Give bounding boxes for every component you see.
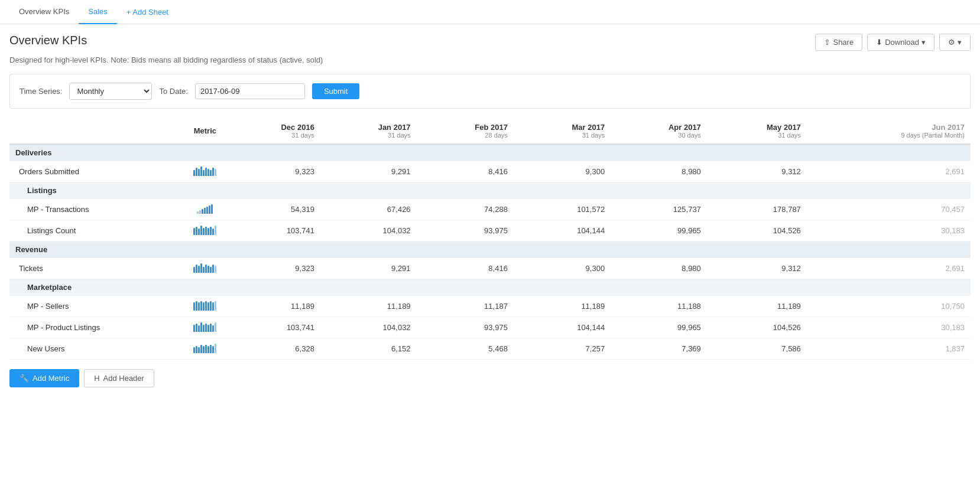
mini-chart-icon — [193, 224, 216, 235]
section-header-row: Deliveries — [9, 144, 971, 161]
col-header-dec2016: Dec 201631 days — [222, 118, 320, 144]
table-row: Tickets9,3239,2918,4169,3008,9809,3122,6… — [9, 258, 971, 279]
row-value-may2017: 178,787 — [707, 199, 807, 220]
row-value-jun2017: 10,750 — [807, 296, 971, 317]
share-button[interactable]: ⇧ Share — [815, 34, 862, 51]
row-value-mar2017: 104,144 — [514, 220, 611, 242]
row-value-mar2017: 11,189 — [514, 296, 611, 317]
row-name: New Users — [9, 338, 187, 360]
col-header-feb2017: Feb 201728 days — [417, 118, 514, 144]
row-metric-chart — [187, 296, 222, 317]
row-value-jan2017: 104,032 — [320, 220, 417, 242]
row-name: MP - Product Listings — [9, 317, 187, 338]
sub-section-header-row: Listings — [9, 182, 971, 199]
sub-section-header-row: Marketplace — [9, 279, 971, 296]
submit-button[interactable]: Submit — [312, 83, 359, 99]
row-value-jan2017: 9,291 — [320, 161, 417, 182]
row-value-dec2016: 54,319 — [222, 199, 320, 220]
download-button[interactable]: ⬇ Download ▾ — [867, 34, 934, 51]
row-metric-chart — [187, 258, 222, 279]
header-actions: ⇧ Share ⬇ Download ▾ ⚙ ▾ — [815, 34, 971, 51]
row-value-dec2016: 9,323 — [222, 258, 320, 279]
table-row: Listings Count103,741104,03293,975104,14… — [9, 220, 971, 242]
footer-buttons: 🔧 Add Metric H Add Header — [0, 360, 980, 397]
kpi-table: Metric Dec 201631 days Jan 201731 days F… — [9, 118, 971, 360]
row-value-feb2017: 5,468 — [417, 338, 514, 360]
gear-icon: ⚙ — [948, 38, 955, 47]
add-metric-icon: 🔧 — [20, 374, 29, 383]
col-header-metric: Metric — [187, 118, 222, 144]
time-series-label: Time Series: — [20, 87, 62, 96]
row-value-jun2017: 1,837 — [807, 338, 971, 360]
row-value-jun2017: 30,183 — [807, 220, 971, 242]
row-value-dec2016: 11,189 — [222, 296, 320, 317]
filter-bar: Time Series: Monthly Weekly Daily To Dat… — [9, 74, 971, 109]
row-value-apr2017: 8,980 — [611, 161, 707, 182]
tab-add-sheet[interactable]: + Add Sheet — [117, 1, 178, 24]
to-date-input[interactable] — [195, 83, 305, 99]
row-value-may2017: 9,312 — [707, 161, 807, 182]
col-header-name — [9, 118, 187, 144]
add-header-icon: H — [94, 374, 99, 383]
section-header-row: Revenue — [9, 242, 971, 258]
to-date-label: To Date: — [159, 87, 187, 96]
tab-overview-kpis[interactable]: Overview KPIs — [9, 0, 79, 24]
row-value-apr2017: 99,965 — [611, 317, 707, 338]
row-value-feb2017: 93,975 — [417, 317, 514, 338]
row-value-mar2017: 101,572 — [514, 199, 611, 220]
page-title: Overview KPIs — [9, 34, 87, 47]
mini-chart-icon — [197, 203, 213, 214]
row-value-apr2017: 7,369 — [611, 338, 707, 360]
row-value-dec2016: 103,741 — [222, 220, 320, 242]
row-value-mar2017: 104,144 — [514, 317, 611, 338]
row-value-jan2017: 104,032 — [320, 317, 417, 338]
tab-sales[interactable]: Sales — [79, 0, 117, 24]
row-name: Orders Submitted — [9, 161, 187, 182]
row-name: MP - Sellers — [9, 296, 187, 317]
row-name: MP - Transactions — [9, 199, 187, 220]
row-value-may2017: 11,189 — [707, 296, 807, 317]
time-series-select[interactable]: Monthly Weekly Daily — [69, 83, 152, 100]
table-row: MP - Sellers11,18911,18911,18711,18911,1… — [9, 296, 971, 317]
row-value-apr2017: 11,188 — [611, 296, 707, 317]
share-icon: ⇧ — [824, 38, 830, 47]
row-value-jun2017: 30,183 — [807, 317, 971, 338]
row-value-jan2017: 11,189 — [320, 296, 417, 317]
table-row: New Users6,3286,1525,4687,2577,3697,5861… — [9, 338, 971, 360]
row-value-apr2017: 99,965 — [611, 220, 707, 242]
mini-chart-icon — [193, 262, 216, 273]
col-header-jan2017: Jan 201731 days — [320, 118, 417, 144]
add-metric-button[interactable]: 🔧 Add Metric — [9, 369, 79, 387]
row-value-jun2017: 2,691 — [807, 161, 971, 182]
row-value-feb2017: 8,416 — [417, 258, 514, 279]
row-value-feb2017: 74,288 — [417, 199, 514, 220]
tab-bar: Overview KPIs Sales + Add Sheet — [0, 0, 980, 24]
col-header-may2017: May 201731 days — [707, 118, 807, 144]
row-value-apr2017: 8,980 — [611, 258, 707, 279]
table-row: Orders Submitted9,3239,2918,4169,3008,98… — [9, 161, 971, 182]
row-value-jan2017: 9,291 — [320, 258, 417, 279]
row-value-may2017: 9,312 — [707, 258, 807, 279]
row-value-mar2017: 9,300 — [514, 161, 611, 182]
row-value-feb2017: 8,416 — [417, 161, 514, 182]
row-value-jun2017: 70,457 — [807, 199, 971, 220]
mini-chart-icon — [193, 343, 216, 353]
row-value-jun2017: 2,691 — [807, 258, 971, 279]
row-value-dec2016: 103,741 — [222, 317, 320, 338]
table-header-row: Metric Dec 201631 days Jan 201731 days F… — [9, 118, 971, 144]
table-row: MP - Product Listings103,741104,03293,97… — [9, 317, 971, 338]
download-icon: ⬇ — [876, 38, 882, 47]
col-header-mar2017: Mar 201731 days — [514, 118, 611, 144]
row-name: Tickets — [9, 258, 187, 279]
row-value-mar2017: 7,257 — [514, 338, 611, 360]
mini-chart-icon — [193, 321, 216, 332]
settings-button[interactable]: ⚙ ▾ — [939, 34, 971, 51]
table-row: MP - Transactions54,31967,42674,288101,5… — [9, 199, 971, 220]
row-value-may2017: 104,526 — [707, 317, 807, 338]
row-value-feb2017: 11,187 — [417, 296, 514, 317]
row-metric-chart — [187, 338, 222, 360]
row-value-dec2016: 9,323 — [222, 161, 320, 182]
add-header-button[interactable]: H Add Header — [84, 369, 154, 387]
col-header-jun2017: Jun 20179 days (Partial Month) — [807, 118, 971, 144]
mini-chart-icon — [193, 165, 216, 176]
